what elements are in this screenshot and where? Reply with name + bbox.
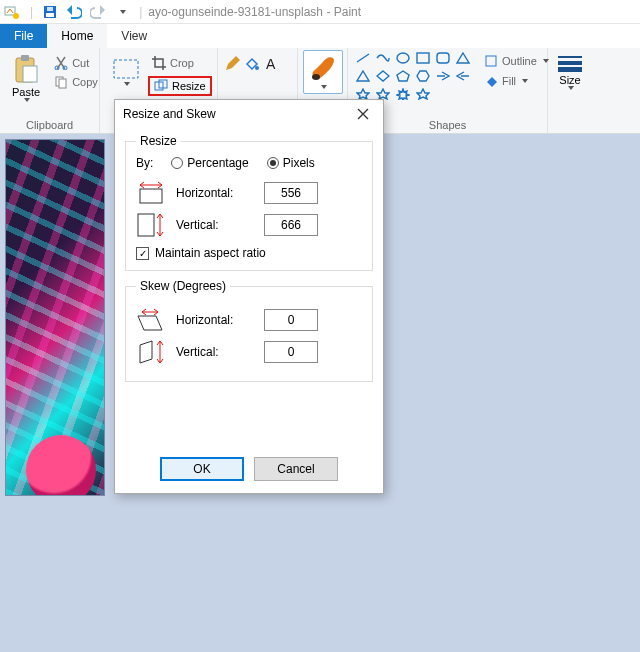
close-icon[interactable] (351, 104, 375, 124)
dialog-title: Resize and Skew (123, 107, 216, 121)
outline-label: Outline (502, 55, 537, 67)
cut-label: Cut (72, 57, 89, 69)
svg-rect-19 (417, 53, 429, 63)
radio-pixels[interactable]: Pixels (267, 156, 315, 170)
svg-marker-37 (140, 341, 152, 363)
image-canvas[interactable] (6, 140, 104, 495)
dialog-titlebar[interactable]: Resize and Skew (115, 100, 383, 128)
redo-button[interactable] (87, 2, 109, 22)
qat-customize[interactable] (111, 2, 133, 22)
svg-marker-25 (417, 71, 429, 81)
paste-label: Paste (12, 86, 40, 98)
resize-horizontal-icon (136, 180, 166, 206)
copy-button[interactable]: Copy (50, 73, 102, 91)
resize-horizontal-input[interactable] (264, 182, 318, 204)
size-label: Size (559, 74, 580, 86)
svg-point-1 (13, 13, 19, 19)
skew-v-label: Vertical: (176, 345, 254, 359)
undo-button[interactable] (63, 2, 85, 22)
crop-button[interactable]: Crop (148, 54, 212, 72)
svg-rect-7 (23, 66, 37, 82)
svg-marker-27 (377, 89, 389, 99)
skew-vertical-input[interactable] (264, 341, 318, 363)
svg-rect-6 (21, 55, 29, 61)
select-button[interactable] (106, 50, 146, 90)
radio-percentage[interactable]: Percentage (171, 156, 248, 170)
svg-point-15 (255, 66, 259, 70)
copy-label: Copy (72, 76, 98, 88)
skew-vertical-icon (136, 339, 166, 365)
save-button[interactable] (39, 2, 61, 22)
svg-rect-30 (486, 56, 496, 66)
crop-label: Crop (170, 57, 194, 69)
tab-file[interactable]: File (0, 24, 47, 48)
paste-button[interactable]: Paste (6, 50, 46, 106)
window-title: ayo-ogunseinde-93181-unsplash - Paint (148, 5, 361, 19)
svg-rect-4 (47, 7, 53, 11)
cut-button[interactable]: Cut (50, 54, 102, 72)
separator: | (139, 5, 142, 19)
svg-marker-26 (357, 89, 369, 99)
svg-marker-28 (397, 89, 409, 100)
quick-access-toolbar (39, 2, 133, 22)
fill-label: Fill (502, 75, 516, 87)
resize-vertical-icon (136, 212, 166, 238)
svg-rect-34 (140, 189, 162, 203)
brushes-button[interactable] (303, 50, 343, 94)
svg-marker-23 (377, 71, 389, 81)
separator: | (30, 5, 33, 19)
skew-h-label: Horizontal: (176, 313, 254, 327)
shape-outline-button[interactable]: Outline (480, 52, 553, 70)
svg-marker-24 (397, 71, 409, 81)
svg-marker-22 (357, 71, 369, 81)
skew-horizontal-icon (136, 307, 166, 333)
svg-text:A: A (266, 56, 276, 72)
size-button[interactable]: Size (552, 50, 588, 94)
svg-rect-35 (138, 214, 154, 236)
ok-button[interactable]: OK (160, 457, 244, 481)
svg-rect-12 (114, 60, 138, 78)
resize-fieldset: Resize By: Percentage Pixels Horizontal:… (125, 134, 373, 271)
shape-fill-button[interactable]: Fill (480, 72, 553, 90)
resize-vertical-input[interactable] (264, 214, 318, 236)
resize-h-label: Horizontal: (176, 186, 254, 200)
cancel-button[interactable]: Cancel (254, 457, 338, 481)
group-clipboard: Paste Cut Copy Clipboard (0, 48, 100, 133)
paint-app-icon (4, 4, 20, 20)
shapes-gallery[interactable] (354, 50, 472, 102)
skew-fieldset: Skew (Degrees) Horizontal: Vertical: (125, 279, 373, 382)
title-bar: | | ayo-ogunseinde-93181-unsplash - Pain… (0, 0, 640, 24)
maintain-aspect-checkbox[interactable]: ✓ (136, 247, 149, 260)
svg-marker-21 (457, 53, 469, 63)
skew-horizontal-input[interactable] (264, 309, 318, 331)
resize-skew-dialog: Resize and Skew Resize By: Percentage Pi… (114, 99, 384, 494)
group-label-clipboard: Clipboard (6, 119, 93, 133)
resize-legend: Resize (136, 134, 181, 148)
tab-home[interactable]: Home (47, 24, 107, 48)
skew-legend: Skew (Degrees) (136, 279, 230, 293)
text-tool[interactable]: A (264, 56, 280, 74)
svg-rect-3 (46, 13, 54, 17)
svg-point-17 (312, 74, 320, 80)
group-size: Size (548, 48, 592, 133)
resize-v-label: Vertical: (176, 218, 254, 232)
svg-rect-11 (59, 79, 66, 88)
tab-view[interactable]: View (107, 24, 161, 48)
svg-point-18 (397, 53, 409, 63)
maintain-aspect-label: Maintain aspect ratio (155, 246, 266, 260)
svg-rect-20 (437, 53, 449, 63)
svg-marker-36 (138, 316, 162, 330)
resize-label: Resize (172, 80, 206, 92)
svg-marker-29 (417, 89, 429, 99)
by-label: By: (136, 156, 153, 170)
resize-button[interactable]: Resize (148, 76, 212, 96)
ribbon-tabs: File Home View (0, 24, 640, 48)
fill-tool[interactable] (244, 56, 260, 74)
pencil-tool[interactable] (224, 56, 240, 74)
